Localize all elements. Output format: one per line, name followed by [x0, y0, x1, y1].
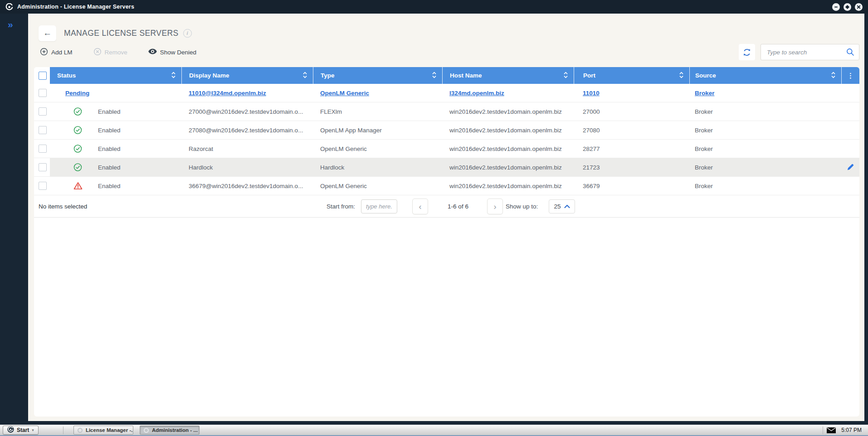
column-header-host-name[interactable]: Host Name — [442, 67, 574, 84]
remove-button[interactable]: Remove — [93, 48, 127, 57]
column-header-source[interactable]: Source — [689, 67, 841, 84]
table-footer: No items selected Start from: ‹ 1-6 of 6… — [34, 195, 859, 218]
next-page-button[interactable]: › — [487, 199, 503, 214]
cell-display-name: Razorcat — [181, 140, 313, 158]
cell-actions — [841, 158, 859, 176]
cell-source: Broker — [689, 121, 841, 139]
row-checkbox[interactable] — [39, 107, 47, 116]
cell-actions — [841, 177, 859, 195]
cell-source: Broker — [689, 102, 841, 121]
refresh-icon — [742, 48, 751, 56]
app-logo-icon — [5, 3, 13, 11]
back-button[interactable]: ← — [39, 25, 56, 41]
window-icon — [144, 428, 149, 433]
minimize-button[interactable] — [832, 3, 840, 11]
remove-icon — [93, 48, 102, 57]
column-header-status[interactable]: Status — [50, 67, 181, 84]
sort-icon[interactable] — [302, 71, 307, 80]
taskbar-separator — [823, 426, 823, 434]
table-body: Pending 11010@l324md.openlm.biz OpenLM G… — [34, 84, 859, 195]
previous-page-button[interactable]: ‹ — [412, 199, 428, 214]
sidebar-expand-icon[interactable]: » — [8, 19, 12, 29]
mail-tray-icon[interactable] — [827, 427, 836, 433]
header-checkbox-cell — [34, 67, 50, 84]
row-checkbox-cell — [34, 158, 50, 176]
status-ok-icon — [73, 126, 82, 135]
cell-actions — [841, 140, 859, 158]
cell-port: 36679 — [574, 177, 689, 195]
cell-display-name: 36679@win2016dev2.testdev1domain.o... — [181, 177, 313, 195]
search-box — [761, 44, 859, 60]
table-row[interactable]: Pending 11010@l324md.openlm.biz OpenLM G… — [34, 84, 859, 102]
page-size-select[interactable]: 25 — [549, 199, 575, 213]
refresh-button[interactable] — [739, 44, 755, 60]
sort-icon[interactable] — [679, 71, 684, 80]
cell-type: FLEXlm — [313, 102, 442, 121]
cell-source: Broker — [689, 84, 841, 102]
cell-display-name: Hardlock — [181, 158, 313, 176]
row-checkbox[interactable] — [39, 145, 47, 153]
cell-host-name: l324md.openlm.biz — [442, 84, 574, 102]
cell-type: OpenLM App Manager — [313, 121, 442, 139]
start-from-input[interactable] — [361, 199, 397, 213]
cell-status: Enabled — [50, 140, 181, 158]
cell-host-name: win2016dev2.testdev1domain.openlm.biz — [442, 121, 574, 139]
start-button[interactable]: Start ▾ — [3, 426, 39, 435]
cell-host-name: win2016dev2.testdev1domain.openlm.biz — [442, 102, 574, 121]
info-icon[interactable]: i — [183, 29, 192, 38]
show-up-to-label: Show up to: — [506, 203, 538, 210]
row-checkbox[interactable] — [39, 89, 47, 97]
row-checkbox[interactable] — [39, 182, 47, 190]
chevron-up-icon — [564, 203, 570, 210]
sort-icon[interactable] — [432, 71, 437, 80]
table-row[interactable]: Enabled 36679@win2016dev2.testdev1domain… — [34, 177, 859, 195]
table-row[interactable]: Enabled Razorcat OpenLM Generic win2016d… — [34, 140, 859, 158]
column-header-type[interactable]: Type — [313, 67, 442, 84]
cell-port: 21723 — [574, 158, 689, 176]
toolbar-right — [739, 44, 859, 60]
kebab-menu-icon: ⋮ — [847, 72, 854, 80]
table-row[interactable]: Enabled 27080@win2016dev2.testdev1domain… — [34, 121, 859, 140]
table-row[interactable]: Enabled Hardlock Hardlock win2016dev2.te… — [34, 158, 859, 177]
taskbar-item-administration[interactable]: Administration - ... — [140, 426, 200, 435]
column-header-display-name[interactable]: Display Name — [181, 67, 313, 84]
cell-host-name: win2016dev2.testdev1domain.openlm.biz — [442, 140, 574, 158]
cell-status: Enabled — [50, 177, 181, 195]
row-checkbox[interactable] — [39, 126, 47, 134]
show-denied-button[interactable]: Show Denied — [148, 48, 196, 56]
edit-pencil-icon[interactable] — [846, 163, 854, 171]
sort-icon[interactable] — [171, 71, 176, 80]
cell-port: 11010 — [574, 84, 689, 102]
page-range: 1-6 of 6 — [433, 203, 483, 210]
add-lm-button[interactable]: Add LM — [40, 48, 73, 57]
cell-host-name: win2016dev2.testdev1domain.openlm.biz — [442, 177, 574, 195]
close-button[interactable] — [855, 3, 863, 11]
taskbar-separator — [63, 426, 63, 434]
row-checkbox-cell — [34, 140, 50, 158]
taskbar: Start ▾ License Manager -... Administrat… — [0, 425, 868, 436]
eye-icon — [148, 48, 157, 56]
row-checkbox-cell — [34, 177, 50, 195]
cell-status: Enabled — [50, 121, 181, 139]
search-icon[interactable] — [846, 48, 854, 58]
start-caret-icon: ▾ — [32, 428, 34, 432]
column-options-button[interactable]: ⋮ — [841, 67, 859, 84]
cell-actions — [841, 102, 859, 121]
sort-icon[interactable] — [563, 71, 568, 80]
select-all-checkbox[interactable] — [39, 72, 47, 80]
cell-actions — [841, 84, 859, 102]
maximize-button[interactable] — [844, 3, 851, 11]
window-controls — [832, 3, 863, 11]
status-ok-icon — [73, 145, 82, 153]
row-checkbox[interactable] — [39, 163, 47, 171]
window-icon — [78, 428, 83, 433]
sort-icon[interactable] — [831, 71, 836, 80]
table-header: Status Display Name Type Host Name — [34, 67, 859, 84]
table-row[interactable]: Enabled 27000@win2016dev2.testdev1domain… — [34, 102, 859, 121]
column-header-port[interactable]: Port — [574, 67, 689, 84]
taskbar-tray: 5:07 PM — [819, 426, 868, 434]
search-input[interactable] — [761, 44, 859, 60]
cell-display-name: 27080@win2016dev2.testdev1domain.o... — [181, 121, 313, 139]
clock: 5:07 PM — [841, 427, 862, 433]
taskbar-item-license-manager[interactable]: License Manager -... — [73, 426, 133, 435]
